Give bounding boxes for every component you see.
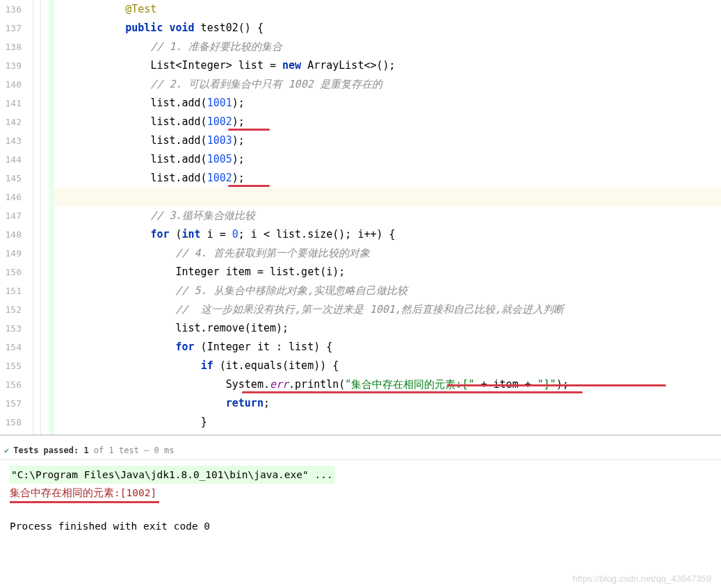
code-line[interactable]: if (it.equals(item)) { xyxy=(75,357,721,375)
code-line[interactable]: public void test02() { xyxy=(75,19,721,38)
watermark-text: https://blog.csdn.net/qq_43647359 xyxy=(573,573,712,584)
code-line[interactable]: System.err.println("集合中存在相同的元素:[" + item… xyxy=(75,375,721,394)
test-status-bar: ✔ Tests passed: 1 of 1 test – 0 ms xyxy=(0,436,721,460)
code-line[interactable]: // 2. 可以看到集合中只有 1002 是重复存在的 xyxy=(75,75,721,94)
code-line[interactable]: // 这一步如果没有执行,第一次进来是 1001,然后直接和自己比较,就会进入判… xyxy=(75,300,721,319)
fold-column[interactable] xyxy=(33,0,49,434)
code-area[interactable]: @Test public void test02() { // 1. 准备好要比… xyxy=(54,0,721,434)
code-line[interactable]: list.add(1002); xyxy=(75,113,721,131)
red-underline-icon xyxy=(447,384,666,386)
red-underline-icon xyxy=(242,391,583,393)
console-error-line: 集合中存在相同的元素:[1002] xyxy=(10,484,156,502)
code-line[interactable]: return; xyxy=(75,394,721,413)
tests-passed-label: Tests passed: 1 of 1 test – 0 ms xyxy=(13,446,174,455)
diff-stripe xyxy=(49,0,54,434)
red-underline-icon xyxy=(10,501,159,503)
code-line[interactable]: // 4. 首先获取到第一个要做比较的对象 xyxy=(75,244,721,263)
code-line[interactable]: for (int i = 0; i < list.size(); i++) { xyxy=(75,225,721,244)
code-line[interactable]: @Test xyxy=(75,0,721,19)
editor-pane: 1361371381391401411421431441451461471481… xyxy=(0,0,721,436)
line-number-gutter[interactable]: 1361371381391401411421431441451461471481… xyxy=(0,0,33,434)
code-line[interactable]: // 1. 准备好要比较的集合 xyxy=(75,38,721,56)
code-line[interactable]: list.add(1001); xyxy=(75,94,721,113)
code-line[interactable]: List<Integer> list = new ArrayList<>(); xyxy=(75,56,721,75)
code-line[interactable]: list.remove(item); xyxy=(75,319,721,338)
code-line[interactable]: } xyxy=(75,413,721,432)
console-exit-line: Process finished with exit code 0 xyxy=(10,517,711,535)
code-line[interactable] xyxy=(54,188,721,206)
red-underline-icon xyxy=(228,129,270,131)
code-line[interactable]: list.add(1002); xyxy=(75,169,721,188)
red-underline-icon xyxy=(228,185,270,187)
console-command: "C:\Program Files\Java\jdk1.8.0_101\bin\… xyxy=(10,466,334,484)
code-line[interactable]: // 5. 从集合中移除此对象,实现忽略自己做比较 xyxy=(75,281,721,300)
code-line[interactable]: list.add(1005); xyxy=(75,150,721,169)
code-line[interactable]: Integer item = list.get(i); xyxy=(75,263,721,281)
code-line[interactable]: for (Integer it : list) { xyxy=(75,338,721,357)
code-line[interactable]: // 3.循环集合做比较 xyxy=(75,206,721,225)
console-output[interactable]: "C:\Program Files\Java\jdk1.8.0_101\bin\… xyxy=(0,460,721,541)
code-line[interactable]: list.add(1003); xyxy=(75,131,721,150)
check-icon: ✔ xyxy=(4,446,9,455)
